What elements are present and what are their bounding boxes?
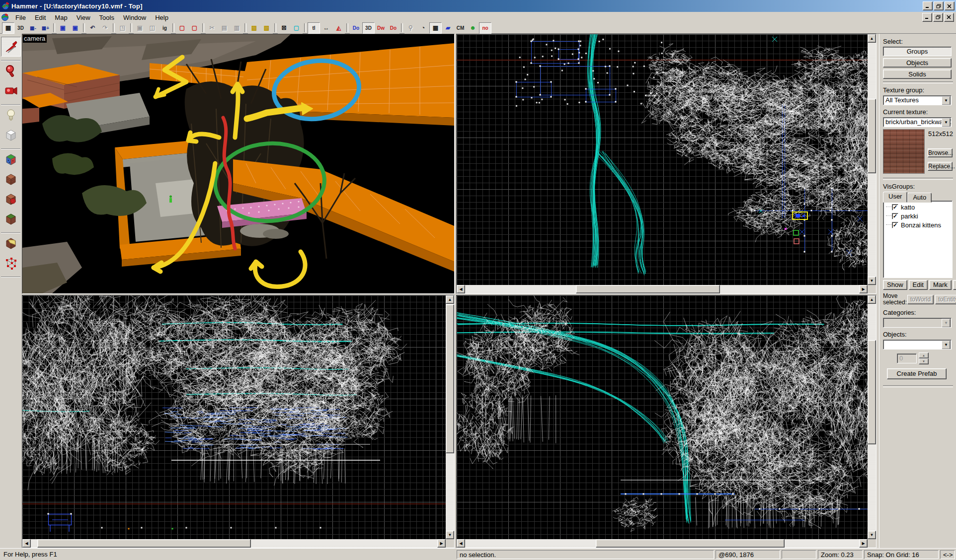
paste-button[interactable]: ▥ xyxy=(231,22,243,34)
chevron-down-icon[interactable]: ▼ xyxy=(942,341,951,350)
viewport-2d-front[interactable]: ▲ ▼ ◀ ▶ xyxy=(22,295,455,548)
mdi-close-button[interactable] xyxy=(944,13,954,22)
prefab-count-field[interactable]: 0 xyxy=(897,353,917,363)
visgroup-item[interactable]: ✓ parkki xyxy=(885,211,952,220)
undo-button[interactable]: ↶ xyxy=(86,22,99,34)
browse-button[interactable]: Browse... xyxy=(928,148,953,157)
toggle-model-wireframe-button[interactable]: Dw xyxy=(375,22,387,34)
scroll-down-button[interactable]: ▼ xyxy=(868,531,876,539)
copy-button[interactable]: ▤ xyxy=(218,22,231,34)
restore-button[interactable] xyxy=(934,1,944,10)
move-up-button[interactable]: ↑ xyxy=(953,280,956,290)
2d-front-canvas[interactable] xyxy=(22,295,446,539)
group-button[interactable]: ▣ xyxy=(134,22,146,34)
vertical-scrollbar[interactable]: ▲ ▼ xyxy=(868,295,876,539)
chevron-down-icon[interactable]: ▼ xyxy=(942,96,951,105)
menu-item[interactable]: View xyxy=(72,13,95,22)
viewport-2d-top[interactable]: ▲ ▼ ◀ ▶ xyxy=(456,34,876,294)
smoothing-groups-button[interactable]: ☻ xyxy=(467,22,479,34)
scroll-down-button[interactable]: ▼ xyxy=(868,277,876,285)
move-selected-button[interactable]: toWorld xyxy=(907,295,934,304)
resize-grip[interactable]: <-> xyxy=(940,550,955,559)
chevron-down-icon[interactable]: ▼ xyxy=(942,118,951,127)
toggle-3d-models-button[interactable]: 3D xyxy=(362,22,375,34)
vertical-scrollbar[interactable]: ▲ ▼ xyxy=(446,295,454,539)
go-to-coordinates-button[interactable]: ⚲ xyxy=(404,22,417,34)
visgroup-action-button[interactable]: Edit xyxy=(909,280,928,290)
texture-application-tool[interactable] xyxy=(1,149,21,169)
redo-button[interactable]: ↷ xyxy=(99,22,111,34)
create-prefab-button[interactable]: Create Prefab xyxy=(887,368,947,379)
edit-cordon-button[interactable]: ▧ xyxy=(260,22,273,34)
scroll-up-button[interactable]: ▲ xyxy=(868,295,876,304)
categories-combo[interactable]: ▼ xyxy=(883,318,952,328)
toggle-group-ignore-button[interactable]: ig xyxy=(159,22,171,34)
horizontal-splitter[interactable] xyxy=(22,294,876,295)
spin-down-button[interactable]: ▼ xyxy=(919,358,929,364)
carve-button[interactable]: ◳ xyxy=(116,22,129,34)
scroll-left-button[interactable]: ◀ xyxy=(457,539,465,548)
select-mode-button[interactable]: Objects xyxy=(883,58,952,68)
close-button[interactable] xyxy=(945,1,955,10)
menu-item[interactable]: Window xyxy=(119,13,151,22)
scroll-up-button[interactable]: ▲ xyxy=(868,34,876,43)
apply-decals-tool[interactable] xyxy=(1,189,21,209)
visgroup-checkbox[interactable]: ✓ xyxy=(892,204,898,210)
vertex-tool[interactable] xyxy=(1,253,21,273)
run-map-button[interactable]: ▦ xyxy=(429,22,442,34)
move-selected-button[interactable]: toEntity xyxy=(935,295,956,304)
chevron-down-icon[interactable]: ▼ xyxy=(942,319,951,328)
check-for-problems-button[interactable]: ◔ xyxy=(417,22,429,34)
save-window-state-button[interactable]: ▣ xyxy=(69,22,81,34)
ungroup-button[interactable]: ◫ xyxy=(146,22,159,34)
select-mode-button[interactable]: Groups xyxy=(883,47,952,56)
toggle-grid-button[interactable]: ▦ xyxy=(2,22,14,34)
visgroup-action-button[interactable]: Mark xyxy=(929,280,952,290)
visgroup-item[interactable]: ✓ Bonzai kittens xyxy=(885,220,952,229)
scroll-right-button[interactable]: ▶ xyxy=(859,539,868,548)
vertical-scrollbar[interactable]: ▲ ▼ xyxy=(868,34,876,285)
scroll-right-button[interactable]: ▶ xyxy=(859,285,868,293)
texture-scaling-lock-button[interactable]: ↔ xyxy=(320,22,332,34)
block-tool[interactable] xyxy=(1,125,21,145)
toggle-nodraw-button[interactable]: no xyxy=(479,22,491,34)
viewport-2d-side[interactable]: ▲ ▼ ◀ ▶ xyxy=(456,295,876,548)
visgroup-checkbox[interactable]: ✓ xyxy=(892,222,898,228)
visgroups-tab[interactable]: User xyxy=(883,192,907,203)
viewport-3d-camera[interactable]: camera xyxy=(22,34,455,294)
apply-current-texture-tool[interactable] xyxy=(1,169,21,189)
select-touching-button[interactable]: ⊠ xyxy=(278,22,290,34)
select-inside-button[interactable]: ▢ xyxy=(290,22,303,34)
clipping-tool[interactable] xyxy=(1,233,21,253)
minimize-button[interactable] xyxy=(923,1,933,10)
2d-top-canvas[interactable] xyxy=(457,34,868,285)
menu-item[interactable]: Edit xyxy=(30,13,50,22)
vertical-splitter[interactable] xyxy=(455,34,456,548)
visgroup-item[interactable]: ✓ katto xyxy=(885,203,952,211)
camera-tool[interactable] xyxy=(1,81,21,101)
menu-item[interactable]: Tools xyxy=(95,13,119,22)
scroll-right-button[interactable]: ▶ xyxy=(437,539,446,548)
magnify-tool[interactable] xyxy=(1,61,21,81)
toggle-3d-grid-button[interactable]: 3D xyxy=(14,22,27,34)
hide-selected-button[interactable]: ▢ xyxy=(176,22,188,34)
toggle-cordon-button[interactable]: ▨ xyxy=(248,22,260,34)
larger-grid-button[interactable]: ▦+ xyxy=(39,22,52,34)
compile-tools-button[interactable]: ▰ xyxy=(442,22,454,34)
load-window-state-button[interactable]: ▣ xyxy=(57,22,69,34)
scroll-down-button[interactable]: ▼ xyxy=(446,531,454,539)
hide-unselected-button[interactable]: ▢ xyxy=(188,22,201,34)
objects-combo[interactable]: ▼ xyxy=(883,340,952,350)
menu-item[interactable]: Map xyxy=(50,13,72,22)
toggle-model-render-button[interactable]: Do xyxy=(387,22,399,34)
select-mode-button[interactable]: Solids xyxy=(883,70,952,79)
texture-lock-button[interactable]: tl xyxy=(308,22,320,34)
cm-toggle-button[interactable]: CM xyxy=(454,22,467,34)
replace-button[interactable]: Replace... xyxy=(928,162,953,171)
entity-tool[interactable] xyxy=(1,105,21,125)
horizontal-scrollbar[interactable]: ◀ ▶ xyxy=(22,539,446,548)
cut-button[interactable]: ✂ xyxy=(206,22,218,34)
selection-tool[interactable] xyxy=(1,37,21,57)
menu-item[interactable]: File xyxy=(11,13,30,22)
mdi-minimize-button[interactable] xyxy=(922,13,932,22)
